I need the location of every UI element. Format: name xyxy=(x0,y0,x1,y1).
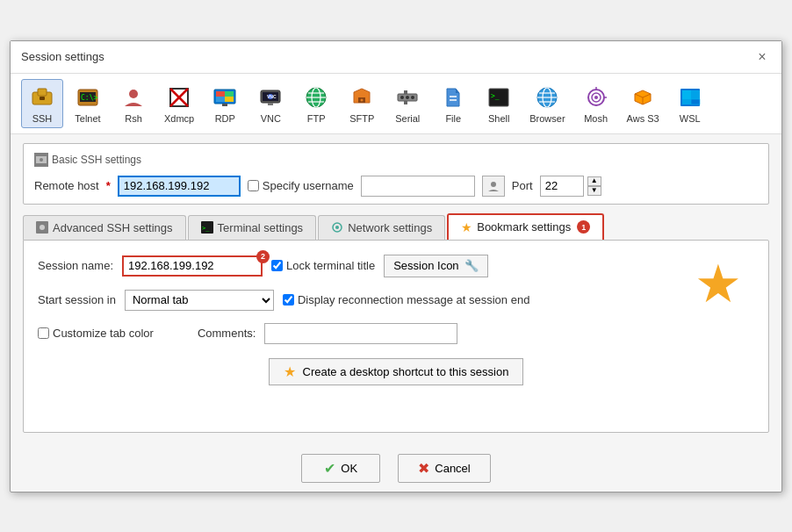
port-up-button[interactable]: ▲ xyxy=(587,176,601,186)
ok-icon: ✔ xyxy=(324,460,335,477)
create-shortcut-button[interactable]: ★ Create a desktop shortcut to this sess… xyxy=(269,358,524,385)
svg-point-58 xyxy=(491,182,496,187)
user-photo-icon xyxy=(487,180,500,192)
specify-username-checkbox[interactable] xyxy=(248,180,259,191)
big-star-decoration: ★ xyxy=(695,258,742,311)
cancel-label: Cancel xyxy=(435,462,470,475)
main-content: Basic SSH settings Remote host * Specify… xyxy=(11,134,781,442)
tab-network[interactable]: Network settings xyxy=(318,215,445,240)
mosh-label: Mosh xyxy=(584,113,608,124)
rsh-icon xyxy=(119,83,148,111)
basic-ssh-title: Basic SSH settings xyxy=(34,151,758,169)
remote-host-label: Remote host xyxy=(34,179,99,192)
customize-color-checkbox[interactable] xyxy=(38,327,49,339)
session-name-input[interactable] xyxy=(122,255,263,277)
svg-rect-14 xyxy=(216,97,225,102)
customize-row: Customize tab color Comments: xyxy=(38,323,754,344)
session-icon-button[interactable]: Session Icon 🔧 xyxy=(384,255,487,277)
rsh-label: Rsh xyxy=(125,113,142,124)
toolbar-item-serial[interactable]: Serial xyxy=(386,79,428,128)
browser-label: Browser xyxy=(529,113,565,124)
svg-point-64 xyxy=(335,226,339,229)
svg-rect-13 xyxy=(225,91,234,97)
ok-button[interactable]: ✔ OK xyxy=(301,454,380,483)
specify-username-label: Specify username xyxy=(263,179,354,192)
toolbar-item-vnc[interactable]: VNC VNC xyxy=(249,79,292,128)
close-button[interactable]: × xyxy=(753,48,771,66)
svg-text:>_: >_ xyxy=(202,225,210,232)
session-name-label: Session name: xyxy=(38,259,113,272)
user-icon-button[interactable] xyxy=(482,176,505,197)
required-star: * xyxy=(106,179,111,192)
shortcut-star-icon: ★ xyxy=(284,363,296,380)
file-icon xyxy=(439,83,467,111)
bookmark-tab-star-icon: ★ xyxy=(461,220,472,234)
toolbar-item-sftp[interactable]: SFTP xyxy=(341,79,383,128)
toolbar-item-mosh[interactable]: Mosh xyxy=(575,79,617,128)
svg-text:VNC: VNC xyxy=(267,94,277,99)
toolbar-item-browser[interactable]: Browser xyxy=(523,79,571,128)
port-down-button[interactable]: ▼ xyxy=(587,186,601,196)
terminal-tab-icon: >_ xyxy=(201,221,213,234)
svg-point-6 xyxy=(129,90,138,98)
toolbar-item-xdmcp[interactable]: Xdmcp xyxy=(158,79,200,128)
username-input[interactable] xyxy=(361,176,475,197)
rdp-icon xyxy=(211,83,239,111)
comments-input[interactable] xyxy=(264,323,457,344)
lock-terminal-label: Lock terminal title xyxy=(271,259,375,272)
cancel-button[interactable]: ✖ Cancel xyxy=(398,454,490,483)
lock-terminal-text: Lock terminal title xyxy=(286,259,375,272)
shell-icon: >_ xyxy=(485,83,513,111)
toolbar-item-wsl[interactable]: WSL xyxy=(669,79,711,128)
xdmcp-icon xyxy=(165,83,193,111)
mosh-icon xyxy=(582,83,610,111)
toolbar-item-file[interactable]: File xyxy=(432,79,474,128)
shortcut-btn-label: Create a desktop shortcut to this sessio… xyxy=(303,365,509,378)
toolbar: SSH C:\> Telnet Rsh xyxy=(11,74,781,134)
tab-bookmark[interactable]: ★ Bookmark settings 1 xyxy=(447,213,604,240)
wsl-label: WSL xyxy=(680,113,701,124)
serial-icon xyxy=(393,83,421,111)
telnet-icon: C:\> xyxy=(74,83,102,111)
file-label: File xyxy=(445,113,461,124)
session-icon-wrench: 🔧 xyxy=(464,259,479,272)
customize-color-label: Customize tab color xyxy=(38,327,154,340)
port-input[interactable] xyxy=(540,176,584,197)
port-spinner: ▲ ▼ xyxy=(587,176,601,196)
remote-host-input[interactable] xyxy=(118,176,241,197)
start-session-select[interactable]: Normal tab Floating terminal Full screen xyxy=(125,290,274,311)
sftp-icon xyxy=(348,83,376,111)
toolbar-item-ftp[interactable]: FTP xyxy=(295,79,337,128)
svg-point-32 xyxy=(411,96,414,99)
customize-color-text: Customize tab color xyxy=(53,327,154,340)
toolbar-item-awss3[interactable]: Aws S3 xyxy=(621,79,666,128)
svg-rect-51 xyxy=(682,90,691,99)
wsl-icon xyxy=(676,83,704,111)
svg-rect-34 xyxy=(404,101,407,104)
title-bar: Session settings × xyxy=(11,41,781,74)
tab-terminal-label: Terminal settings xyxy=(218,221,304,234)
svg-rect-1 xyxy=(38,89,47,96)
display-reconnect-checkbox[interactable] xyxy=(283,294,294,306)
browser-icon xyxy=(533,83,561,111)
section-icon xyxy=(34,153,48,167)
session-icon-label: Session Icon xyxy=(393,259,458,272)
ftp-icon xyxy=(302,83,330,111)
svg-point-31 xyxy=(406,96,409,99)
tab-advanced-ssh[interactable]: Advanced SSH settings xyxy=(23,215,186,240)
svg-rect-54 xyxy=(691,99,700,104)
ssh-icon xyxy=(28,83,56,111)
session-name-row: Session name: 2 Lock terminal title Sess… xyxy=(38,255,754,277)
toolbar-item-telnet[interactable]: C:\> Telnet xyxy=(67,79,109,128)
toolbar-item-rdp[interactable]: RDP xyxy=(204,79,246,128)
tab-content: ★ Session name: 2 Lock terminal title Se… xyxy=(23,240,769,433)
toolbar-item-ssh[interactable]: SSH xyxy=(21,79,63,128)
basic-ssh-title-text: Basic SSH settings xyxy=(52,154,141,166)
toolbar-item-shell[interactable]: >_ Shell xyxy=(478,79,520,128)
tab-terminal[interactable]: >_ Terminal settings xyxy=(188,215,317,240)
footer: ✔ OK ✖ Cancel xyxy=(11,442,781,492)
svg-text:C:\>: C:\> xyxy=(81,94,97,102)
lock-terminal-checkbox[interactable] xyxy=(271,260,283,271)
session-name-wrapper: 2 xyxy=(122,255,263,277)
toolbar-item-rsh[interactable]: Rsh xyxy=(112,79,155,128)
